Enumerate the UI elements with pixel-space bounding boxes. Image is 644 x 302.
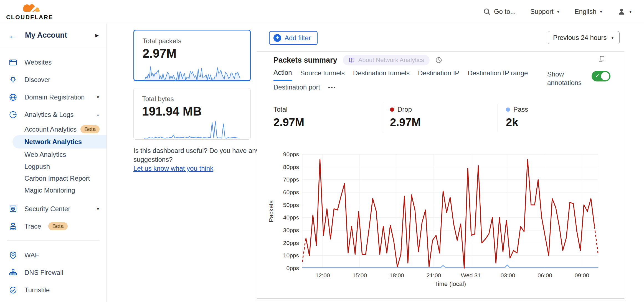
svg-text:10pps: 10pps [283, 252, 299, 259]
goto-search[interactable]: Go to... [483, 7, 516, 16]
goto-label: Go to... [494, 8, 516, 16]
sidebar-item-waf[interactable]: WAF [0, 246, 107, 264]
chevron-right-icon[interactable]: ▶ [95, 33, 99, 38]
svg-text:15:00: 15:00 [353, 272, 367, 278]
account-title: My Account [25, 31, 88, 40]
sidebar-item-network-analytics[interactable]: Network Analytics [12, 135, 107, 149]
svg-text:30pps: 30pps [283, 227, 299, 233]
sidebar-item-security-center[interactable]: Security Center ▼ [0, 200, 107, 217]
sidebar-item-turnstile[interactable]: Turnstile [0, 281, 107, 299]
pie-glyph-icon[interactable] [435, 57, 442, 64]
expand-icon[interactable] [598, 55, 605, 63]
stat-label: Pass [513, 106, 528, 113]
svg-text:Time (local): Time (local) [434, 280, 466, 287]
support-menu[interactable]: Support ▼ [530, 8, 560, 16]
annotations-toggle[interactable]: ✓ [592, 71, 610, 81]
stat-drop: Drop 2.97M [390, 106, 421, 129]
svg-text:Packets: Packets [268, 200, 275, 222]
feedback-question: Is this dashboard useful? Do you have an… [133, 147, 259, 163]
card-title: Total bytes [142, 95, 242, 103]
svg-text:0pps: 0pps [286, 265, 299, 271]
stat-divider [382, 104, 382, 132]
sidebar-item-dns-firewall[interactable]: DNS Firewall [0, 264, 107, 281]
stat-label: Drop [397, 106, 412, 113]
sidebar-item-logpush[interactable]: Logpush [0, 160, 107, 172]
dimension-tabs: Action Source tunnels Destination tunnel… [273, 69, 529, 94]
packets-time-series-chart[interactable]: 0pps10pps20pps30pps40pps50pps60pps70pps8… [257, 143, 624, 298]
bulb-icon [9, 76, 17, 84]
sidebar-item-carbon-impact-report[interactable]: Carbon Impact Report [0, 172, 107, 184]
shield-gear-icon [9, 251, 17, 259]
svg-text:80pps: 80pps [283, 164, 299, 170]
svg-text:03:00: 03:00 [501, 272, 515, 278]
tab-destination-port[interactable]: Destination port [273, 83, 320, 94]
beta-badge: Beta [48, 222, 67, 230]
sidebar-item-magic-monitoring[interactable]: Magic Monitoring [0, 184, 107, 196]
tab-destination-ip-range[interactable]: Destination IP range [468, 69, 528, 80]
card-value: 2.97M [143, 47, 242, 60]
sidebar-item-account-analytics[interactable]: Account Analytics Beta [0, 123, 107, 135]
stat-label: Total [273, 106, 288, 113]
back-arrow-icon[interactable]: ← [8, 31, 17, 40]
total-packets-card[interactable]: Total packets 2.97M [133, 30, 251, 81]
sidebar-item-discover[interactable]: Discover [0, 71, 107, 88]
svg-text:18:00: 18:00 [389, 272, 404, 278]
sidebar-item-websites[interactable]: Websites [0, 53, 107, 71]
feedback-block: Is this dashboard useful? Do you have an… [133, 146, 264, 173]
bytes-sparkline [142, 118, 242, 141]
svg-text:12:00: 12:00 [315, 272, 330, 278]
chevron-up-icon: ▲ [96, 112, 100, 117]
beta-badge: Beta [80, 125, 100, 133]
more-tabs-icon[interactable] [328, 87, 335, 91]
time-range-dropdown[interactable]: Previous 24 hours ▼ [548, 31, 620, 44]
about-network-analytics-pill[interactable]: About Network Analytics [343, 55, 430, 65]
tab-destination-tunnels[interactable]: Destination tunnels [353, 69, 410, 80]
total-bytes-card[interactable]: Total bytes 191.94 MB [133, 88, 251, 140]
top-nav-bar: CLOUDFLARE Go to... Support ▼ English ▼ … [0, 0, 644, 23]
stat-value: 2k [506, 116, 528, 129]
panel-title: Packets summary [273, 56, 337, 65]
chevron-down-icon: ▼ [628, 9, 632, 14]
trace-icon [9, 222, 17, 231]
language-menu[interactable]: English ▼ [575, 8, 603, 16]
safe-icon [9, 205, 17, 213]
check-icon: ✓ [595, 73, 600, 79]
sidebar-item-trace[interactable]: Trace Beta [0, 217, 107, 235]
chevron-down-icon: ▼ [610, 35, 614, 40]
stat-value: 2.97M [273, 116, 304, 129]
show-annotations-label: Show annotations [547, 70, 580, 87]
svg-text:Wed 31: Wed 31 [461, 272, 481, 278]
sidebar-item-web-analytics[interactable]: Web Analytics [0, 149, 107, 160]
turnstile-icon [9, 286, 17, 294]
feedback-link[interactable]: Let us know what you think [133, 165, 213, 172]
search-icon [483, 7, 491, 16]
svg-text:50pps: 50pps [283, 202, 299, 208]
tab-action[interactable]: Action [273, 69, 292, 81]
account-menu[interactable]: ▼ [617, 7, 632, 16]
svg-text:09:00: 09:00 [575, 272, 589, 278]
chevron-down-icon: ▼ [599, 9, 603, 14]
tab-source-tunnels[interactable]: Source tunnels [300, 69, 345, 80]
svg-text:21:00: 21:00 [427, 272, 441, 278]
chevron-down-icon: ▼ [556, 9, 560, 14]
sidebar-item-analytics-logs[interactable]: Analytics & Logs ▲ [0, 106, 107, 123]
tab-destination-ip[interactable]: Destination IP [418, 69, 459, 80]
svg-text:20pps: 20pps [283, 240, 299, 246]
drop-dot-icon [390, 108, 394, 112]
stat-divider [498, 104, 498, 132]
book-icon [348, 57, 355, 63]
stat-total: Total 2.97M [273, 106, 304, 129]
logo-wordmark: CLOUDFLARE [6, 14, 53, 20]
plus-icon: + [273, 34, 281, 42]
sidebar-item-domain-registration[interactable]: Domain Registration ▼ [0, 88, 107, 106]
sidebar: ← My Account ▶ Websites Discover Domain … [0, 24, 107, 302]
add-filter-button[interactable]: + Add filter [269, 31, 318, 45]
next-panel-partial [257, 301, 624, 302]
chevron-down-icon: ▼ [96, 95, 100, 99]
cloudflare-logo[interactable]: CLOUDFLARE [6, 3, 53, 20]
svg-text:70pps: 70pps [283, 176, 299, 183]
account-header[interactable]: ← My Account ▶ [0, 24, 107, 47]
packets-summary-panel: Packets summary About Network Analytics … [257, 51, 624, 299]
browser-icon [9, 58, 17, 66]
stat-pass: Pass 2k [506, 106, 528, 129]
